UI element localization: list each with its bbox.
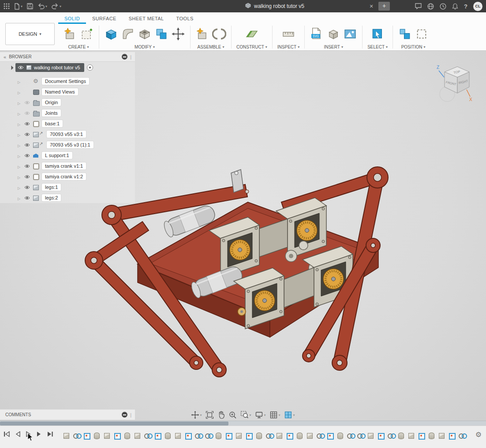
viewports-icon[interactable] — [284, 411, 295, 419]
pan-orbit-icon[interactable] — [191, 411, 202, 419]
feature-icon[interactable] — [114, 432, 120, 439]
feature-icon[interactable] — [195, 432, 202, 439]
feature-icon[interactable] — [63, 432, 70, 439]
tab-sheet-metal[interactable]: SHEET METAL — [123, 16, 170, 24]
tab-surface[interactable]: SURFACE — [86, 16, 123, 24]
visibility-eye-icon[interactable] — [24, 196, 30, 200]
node-label[interactable]: Joints — [42, 109, 61, 117]
feature-icon[interactable] — [408, 432, 415, 439]
browser-header[interactable]: BROWSER | — [0, 52, 135, 62]
save-icon[interactable] — [27, 3, 33, 9]
feature-icon[interactable] — [438, 432, 445, 439]
group-label-assemble[interactable]: ASSEMBLE — [198, 45, 221, 49]
feature-icon[interactable] — [317, 432, 323, 439]
node-label[interactable]: L support:1 — [42, 152, 72, 159]
group-label-insert[interactable]: INSERT — [324, 45, 340, 49]
expand-arrow-icon[interactable] — [18, 120, 22, 128]
browser-row[interactable]: Origin — [0, 97, 135, 108]
feature-icon[interactable] — [256, 432, 262, 439]
comments-toggle-icon[interactable] — [122, 412, 127, 418]
document-tab[interactable]: walking robot tutor v5 — [173, 0, 377, 12]
browser-row[interactable]: L support:1 — [0, 150, 135, 161]
feature-icon[interactable] — [104, 432, 110, 439]
group-label-modify[interactable]: MODIFY — [135, 45, 152, 49]
feature-icon[interactable] — [296, 432, 303, 439]
step-back-button[interactable] — [15, 431, 21, 437]
visibility-eye-icon[interactable] — [24, 132, 30, 136]
collapse-panel-icon[interactable] — [4, 54, 6, 60]
expand-arrow-icon[interactable] — [18, 183, 22, 191]
expand-arrow-icon[interactable] — [18, 194, 22, 202]
layout-grid-icon[interactable] — [270, 411, 280, 419]
feature-icon[interactable] — [398, 432, 404, 439]
feature-icon[interactable] — [225, 432, 232, 439]
visibility-eye-icon[interactable] — [24, 122, 30, 126]
step-forward-button[interactable] — [36, 431, 42, 437]
node-label[interactable]: 70093 v55 v3:1 — [47, 131, 86, 138]
expand-arrow-icon[interactable] — [18, 173, 22, 181]
capture-position-icon[interactable] — [398, 27, 412, 41]
node-label[interactable]: legs:2 — [42, 194, 61, 201]
browser-row[interactable]: tamiya crank v1:1 — [0, 161, 135, 171]
browser-root-row[interactable]: walking robot tutor v5 — [0, 62, 135, 73]
feature-icon[interactable] — [185, 432, 191, 439]
redo-icon[interactable] — [52, 3, 61, 9]
fit-view-icon[interactable] — [206, 411, 213, 419]
new-component-icon[interactable] — [63, 27, 77, 41]
assemble-new-component-icon[interactable] — [195, 27, 209, 41]
root-node-label[interactable]: walking robot tutor v5 — [34, 65, 80, 70]
feature-icon[interactable] — [205, 432, 212, 439]
activate-component-radio[interactable] — [87, 64, 93, 71]
feature-icon[interactable] — [388, 432, 394, 439]
comments-icon[interactable] — [415, 3, 422, 9]
insert-derive-icon[interactable] — [326, 27, 340, 41]
browser-row[interactable]: legs:2 — [0, 192, 135, 203]
tab-solid[interactable]: SOLID — [58, 16, 86, 24]
feature-icon[interactable] — [276, 432, 283, 439]
browser-row[interactable]: tamiya crank v1:2 — [0, 171, 135, 182]
feature-icon[interactable] — [449, 432, 455, 439]
visibility-eye-icon[interactable] — [24, 143, 30, 147]
zoom-window-icon[interactable] — [240, 411, 251, 419]
joint-icon[interactable] — [212, 27, 226, 41]
node-label[interactable]: 70093 v55 v3 (1):1 — [47, 141, 93, 148]
node-label[interactable]: tamiya crank v1:2 — [42, 173, 86, 180]
horizontal-scrollbar[interactable] — [0, 421, 486, 425]
construction-plane-icon[interactable] — [245, 27, 259, 41]
undo-icon[interactable] — [37, 3, 47, 9]
comments-grip[interactable]: | — [130, 412, 131, 418]
scrollbar-thumb[interactable] — [0, 422, 228, 425]
feature-icon[interactable] — [236, 432, 242, 439]
feature-icon[interactable] — [73, 432, 80, 439]
browser-row[interactable]: legs:1 — [0, 182, 135, 192]
browser-row[interactable]: 70093 v55 v3 (1):1 — [0, 139, 135, 150]
expand-arrow-icon[interactable] — [18, 162, 22, 170]
panel-grip[interactable]: | — [130, 54, 131, 60]
insert-svg-icon[interactable]: SVG — [310, 27, 324, 41]
shell-icon[interactable] — [138, 27, 152, 41]
extensions-icon[interactable] — [427, 3, 434, 10]
node-label[interactable]: tamiya crank v1:1 — [42, 162, 86, 169]
feature-icon[interactable] — [357, 432, 364, 439]
feature-icon[interactable] — [93, 432, 100, 439]
group-label-create[interactable]: CREATE — [68, 45, 86, 49]
visibility-eye-icon[interactable] — [24, 101, 30, 105]
viewport-canvas[interactable]: BROWSER | walking robot tutor v5 — [0, 51, 486, 421]
fillet-icon[interactable] — [121, 27, 135, 41]
feature-icon[interactable] — [124, 432, 131, 439]
new-tab-button[interactable]: + — [378, 2, 390, 11]
help-icon[interactable] — [464, 3, 467, 10]
viewcube[interactable]: Z TOP FRONT RIGHT X — [432, 59, 481, 107]
expand-arrow-icon[interactable] — [18, 130, 22, 138]
feature-icon[interactable] — [459, 432, 465, 439]
file-menu-icon[interactable] — [14, 3, 22, 10]
feature-icon[interactable] — [246, 432, 252, 439]
feature-icon[interactable] — [83, 432, 90, 439]
feature-icon[interactable] — [266, 432, 273, 439]
job-status-icon[interactable] — [440, 3, 446, 10]
feature-icon[interactable] — [134, 432, 141, 439]
feature-icon[interactable] — [215, 432, 222, 439]
group-label-position[interactable]: POSITION — [401, 45, 422, 49]
zoom-icon[interactable] — [228, 411, 236, 419]
browser-row[interactable]: Named Views — [0, 87, 135, 97]
